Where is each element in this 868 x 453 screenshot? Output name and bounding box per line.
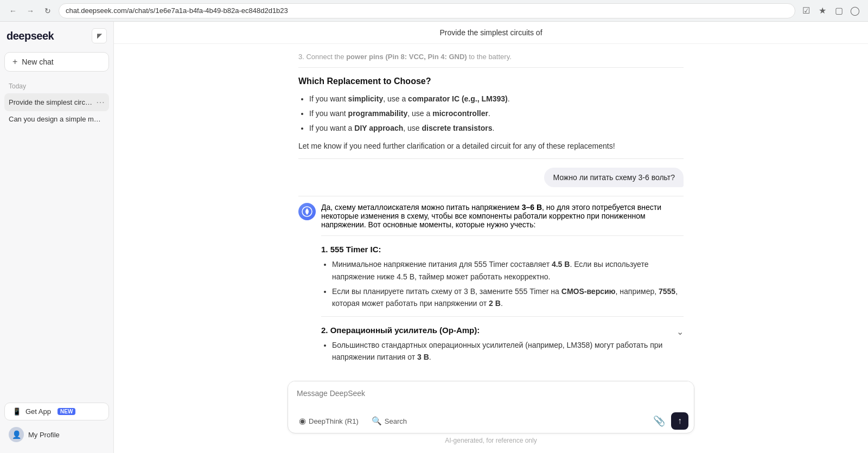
section-opamp-content: 2. Операционный усилитель (Op-Amp): Боль…: [321, 326, 676, 369]
send-button[interactable]: ↑: [671, 412, 688, 430]
section-which-replacement-heading: Which Replacement to Choose?: [298, 74, 684, 88]
chat-content: 3. Connect the power pins (Pin 8: VCC, P…: [288, 53, 694, 369]
main-header: Provide the simplest circuits of: [114, 22, 868, 44]
scrolled-partial: 3. Connect the power pins (Pin 8: VCC, P…: [298, 53, 684, 61]
sidebar-item-text-0: Provide the simplest circuits o: [9, 98, 94, 106]
get-app-button[interactable]: 📱 Get App NEW: [4, 403, 109, 420]
input-toolbar: ◉ DeepThink (R1) 🔍 Search 📎 ↑: [288, 409, 694, 433]
sidebar-item-0[interactable]: Provide the simplest circuits o ⋯: [4, 93, 109, 111]
new-chat-button[interactable]: + New chat: [4, 52, 109, 72]
new-chat-icon: +: [12, 57, 17, 67]
sidebar-header: deepseek ◤: [4, 28, 109, 43]
ai-avatar: [298, 203, 316, 220]
which-replacement-section: Which Replacement to Choose? If you want…: [298, 74, 684, 152]
collapse-button[interactable]: ⌄: [676, 327, 684, 337]
user-message: Можно ли питать схему 3-6 вольт?: [298, 168, 684, 187]
divider-1: [298, 67, 684, 68]
input-actions: 📎 ↑: [650, 412, 688, 430]
deepthink-button[interactable]: ◉ DeepThink (R1): [293, 413, 364, 429]
search-button[interactable]: 🔍 Search: [366, 413, 412, 429]
browser-actions: ☑ ★ ▢ ◯: [800, 4, 861, 17]
bullet-opamp-partial: Большинство стандартных операционных уси…: [332, 339, 676, 363]
deepthink-label: DeepThink (R1): [309, 417, 359, 425]
get-app-label: Get App: [25, 407, 51, 416]
ai-generated-note: AI-generated, for reference only: [125, 437, 857, 444]
section-555-heading: 1. 555 Timer IC:: [321, 245, 684, 254]
back-button[interactable]: ←: [7, 4, 20, 17]
sidebar-footer: 📱 Get App NEW 👤 My Profile: [4, 403, 109, 446]
list-item-0: If you want simplicity, use a comparator…: [309, 93, 684, 105]
ai-message: Да, схему металлоискателя можно питать н…: [298, 203, 684, 368]
input-area: ◉ DeepThink (R1) 🔍 Search 📎 ↑ AI-generat…: [114, 377, 868, 453]
browser-chrome: ← → ↻ chat.deepseek.com/a/chat/s/1e6e7a1…: [0, 0, 868, 22]
list-item-2: If you want a DIY approach, use discrete…: [309, 122, 684, 134]
sidebar: deepseek ◤ + New chat Today Provide the …: [0, 22, 114, 453]
url-text: chat.deepseek.com/a/chat/s/1e6e7a1a-b4fa…: [66, 7, 288, 15]
search-icon: 🔍: [372, 416, 382, 426]
section-opamp: 2. Операционный усилитель (Op-Amp): Боль…: [321, 326, 684, 369]
refresh-button[interactable]: ↻: [41, 4, 54, 17]
main-content: Provide the simplest circuits of 3. Conn…: [114, 22, 868, 453]
phone-icon: 📱: [12, 407, 21, 416]
sidebar-item-dots-0[interactable]: ⋯: [96, 97, 105, 107]
divider-3: [298, 196, 684, 196]
section-opamp-heading: 2. Операционный усилитель (Op-Amp):: [321, 326, 676, 335]
list-item-1: If you want programmability, use a micro…: [309, 107, 684, 119]
section-555-bullets: Минимальное напряжение питания для 555 T…: [321, 258, 684, 310]
message-input[interactable]: [288, 381, 694, 407]
profile-icon[interactable]: ☑: [800, 4, 813, 17]
collapse-sidebar-button[interactable]: ◤: [92, 28, 107, 43]
my-profile-label: My Profile: [28, 431, 60, 439]
divider-5: [321, 316, 684, 317]
new-chat-label: New chat: [22, 58, 53, 66]
user-avatar-icon[interactable]: ◯: [848, 4, 861, 17]
deepthink-icon: ◉: [299, 416, 306, 426]
input-container: ◉ DeepThink (R1) 🔍 Search 📎 ↑: [288, 381, 694, 433]
section-555-timer: 1. 555 Timer IC: Минимальное напряжение …: [321, 245, 684, 310]
bullet-555-0: Минимальное напряжение питания для 555 T…: [332, 258, 684, 283]
url-bar[interactable]: chat.deepseek.com/a/chat/s/1e6e7a1a-b4fa…: [59, 3, 795, 18]
attach-button[interactable]: 📎: [650, 412, 668, 430]
today-section-label: Today: [4, 82, 109, 90]
ai-content: Да, схему металлоискателя можно питать н…: [321, 203, 684, 368]
extensions-icon[interactable]: ▢: [832, 4, 845, 17]
section-opamp-bullets: Большинство стандартных операционных уси…: [321, 339, 676, 363]
replacement-bullet-list: If you want simplicity, use a comparator…: [298, 93, 684, 135]
clarification-text: Let me know if you need further clarific…: [298, 140, 684, 152]
sidebar-item-1[interactable]: Can you design a simple metal de: [4, 111, 109, 127]
new-badge: NEW: [58, 408, 75, 415]
ai-intro-text: Да, схему металлоискателя можно питать н…: [321, 203, 684, 229]
logo: deepseek: [7, 30, 54, 42]
chat-area[interactable]: 3. Connect the power pins (Pin 8: VCC, P…: [114, 44, 868, 377]
bullet-555-1: Если вы планируете питать схему от 3 В, …: [332, 285, 684, 310]
page-title: Provide the simplest circuits of: [439, 28, 542, 37]
divider-2: [298, 158, 684, 159]
divider-4: [321, 235, 684, 236]
avatar: 👤: [9, 427, 24, 442]
my-profile-button[interactable]: 👤 My Profile: [4, 423, 109, 446]
search-label: Search: [385, 417, 407, 425]
forward-button[interactable]: →: [24, 4, 37, 17]
user-bubble: Можно ли питать схему 3-6 вольт?: [544, 168, 684, 187]
sidebar-item-text-1: Can you design a simple metal de: [9, 115, 105, 123]
star-icon[interactable]: ★: [816, 4, 829, 17]
app-container: deepseek ◤ + New chat Today Provide the …: [0, 22, 868, 453]
